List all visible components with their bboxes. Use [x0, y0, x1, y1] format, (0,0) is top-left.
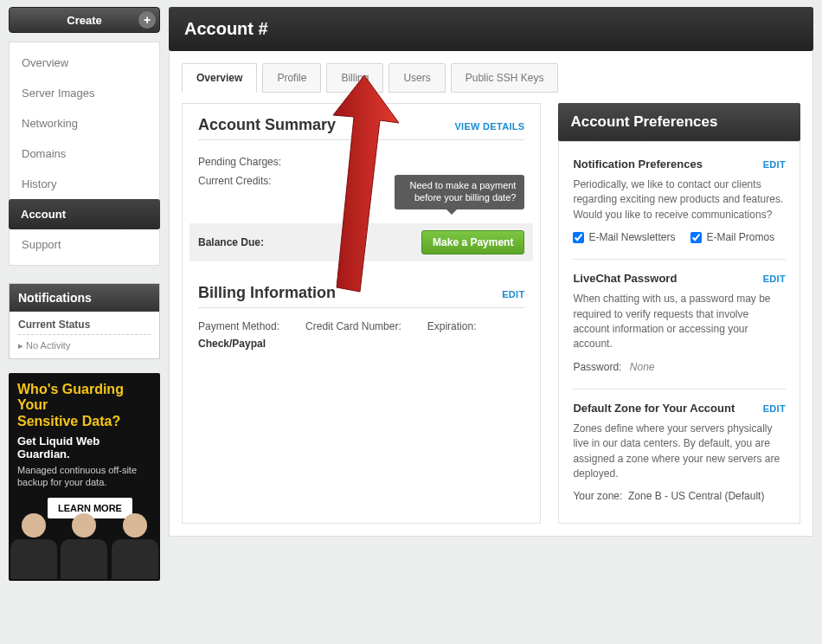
- sidebar-item-server-images[interactable]: Server Images: [10, 78, 159, 108]
- sidebar-item-networking[interactable]: Networking: [10, 108, 159, 138]
- notif-prefs-desc: Periodically, we like to contact our cli…: [573, 177, 786, 222]
- livechat-desc: When chatting with us, a password may be…: [573, 292, 786, 352]
- view-details-link[interactable]: VIEW DETAILS: [454, 121, 524, 132]
- tab-billing[interactable]: Billing: [326, 63, 383, 93]
- zone-line: Your zone: Zone B - US Central (Default): [573, 490, 786, 502]
- notifications-panel: Notifications Current Status ▸ No Activi…: [9, 283, 160, 359]
- livechat-password-line: Password: None: [573, 361, 786, 373]
- notif-prefs-edit-link[interactable]: EDIT: [763, 159, 786, 170]
- tab-public-ssh-keys[interactable]: Public SSH Keys: [451, 63, 559, 93]
- notifications-activity: ▸ No Activity: [18, 340, 151, 351]
- tab-users[interactable]: Users: [389, 63, 445, 93]
- promo-desc: Managed continuous off-site backup for y…: [17, 464, 151, 489]
- promo-headline: Who's Guarding YourSensitive Data?: [17, 382, 151, 429]
- page-title: Account #: [169, 7, 813, 51]
- billing-edit-link[interactable]: EDIT: [502, 289, 524, 299]
- livechat-title: LiveChat Password: [573, 272, 677, 285]
- payment-method-label: Payment Method:: [198, 320, 279, 332]
- promo-people-art: [9, 503, 160, 581]
- sidebar-nav: Overview Server Images Networking Domain…: [9, 42, 160, 266]
- tab-profile[interactable]: Profile: [262, 63, 321, 93]
- default-zone-desc: Zones define where your servers physical…: [573, 422, 786, 482]
- tabs: Overview Profile Billing Users Public SS…: [182, 63, 800, 93]
- make-payment-button[interactable]: Make a Payment: [421, 230, 524, 254]
- right-column: Account Preferences Notification Prefere…: [558, 103, 800, 524]
- sidebar-item-domains[interactable]: Domains: [10, 138, 159, 169]
- promo-banner: Who's Guarding YourSensitive Data? Get L…: [9, 373, 160, 581]
- card-number-label: Credit Card Number:: [305, 320, 401, 332]
- sidebar-item-support[interactable]: Support: [10, 229, 159, 260]
- sidebar-item-history[interactable]: History: [10, 169, 159, 199]
- promo-subhead: Get Liquid Web Guardian.: [17, 435, 151, 460]
- create-button[interactable]: Create +: [9, 7, 160, 33]
- sidebar-item-account[interactable]: Account: [9, 199, 160, 229]
- expiration-label: Expiration:: [427, 320, 477, 332]
- notif-prefs-title: Notification Preferences: [573, 158, 703, 171]
- balance-due-label: Balance Due:: [198, 236, 264, 248]
- create-label: Create: [67, 14, 101, 27]
- current-credits-label: Current Credits:: [198, 175, 272, 187]
- billing-info-title: Billing Information: [198, 284, 336, 302]
- default-zone-title: Default Zone for Your Account: [573, 402, 735, 415]
- payment-tooltip: Need to make a payment before your billi…: [395, 175, 524, 209]
- notifications-status-label: Current Status: [18, 319, 151, 335]
- pending-charges-label: Pending Charges:: [198, 156, 281, 168]
- tab-overview[interactable]: Overview: [182, 63, 257, 93]
- notifications-title: Notifications: [10, 284, 159, 312]
- default-zone-edit-link[interactable]: EDIT: [763, 403, 786, 414]
- plus-icon: +: [138, 11, 156, 29]
- sidebar-item-overview[interactable]: Overview: [10, 48, 159, 78]
- email-promos-checkbox[interactable]: E-Mail Promos: [690, 231, 774, 243]
- email-newsletters-checkbox[interactable]: E-Mail Newsletters: [573, 231, 675, 243]
- account-summary-title: Account Summary: [198, 116, 336, 134]
- livechat-edit-link[interactable]: EDIT: [763, 274, 786, 284]
- left-column: Account Summary VIEW DETAILS Pending Cha…: [182, 103, 541, 524]
- prefs-panel-title: Account Preferences: [558, 103, 800, 141]
- payment-method-value: Check/Paypal: [198, 338, 279, 350]
